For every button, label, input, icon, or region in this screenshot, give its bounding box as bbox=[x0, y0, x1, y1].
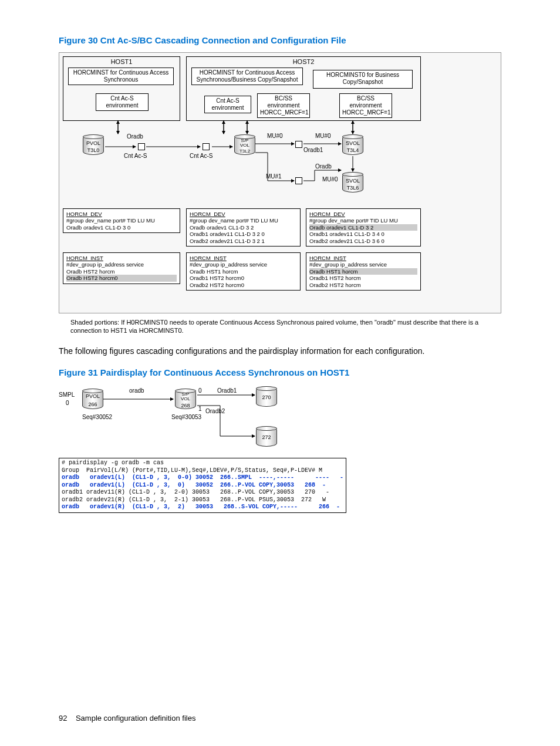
page-number: 92 bbox=[59, 714, 67, 723]
one31: 1 bbox=[198, 406, 202, 412]
pvol-cylinder: PVOL T3L0 bbox=[83, 135, 104, 155]
seq2-label: Seq#30053 bbox=[171, 414, 201, 420]
mu0-label: MU#0 bbox=[267, 133, 283, 139]
seq1-label: Seq#30052 bbox=[82, 414, 112, 420]
smallbox1 bbox=[138, 143, 145, 150]
inst-box2: HORCM_INST #dev_group ip_address service… bbox=[186, 252, 301, 291]
host1-label: HOST1 bbox=[63, 58, 180, 65]
smallbox2 bbox=[203, 143, 210, 150]
svol2-cylinder: SVOL T3L6 bbox=[342, 173, 363, 193]
oradb1-31: Oradb1 bbox=[217, 387, 237, 394]
env1: Cnt Ac-S environment bbox=[96, 93, 149, 111]
pairdisplay-output: # pairdisplay -g oradb -m cas Group Pair… bbox=[59, 458, 346, 513]
figure31-title: Figure 31 Pairdisplay for Continuous Acc… bbox=[59, 367, 501, 377]
horcminst2: HORCMINST for Continuous Access Synchron… bbox=[191, 67, 303, 85]
env4: BC/SS environment HORCC_MRCF=1 bbox=[339, 93, 392, 118]
svol1-cylinder: SVOL T3L4 bbox=[342, 135, 363, 155]
oradb-label3: Oradb bbox=[315, 163, 332, 170]
figure30-title: Figure 30 Cnt Ac-S/BC Cascading Connecti… bbox=[59, 35, 501, 45]
smallbox4 bbox=[295, 177, 302, 184]
spvol-cyl31: S/PVOL 268 bbox=[175, 389, 196, 409]
section-title: Sample configuration definition files bbox=[76, 714, 196, 723]
dev-box3: HORCM_DEV #group dev_name port# TID LU M… bbox=[306, 208, 421, 247]
inst-box3: HORCM_INST #dev_group ip_address service… bbox=[306, 252, 421, 291]
dev-box2: HORCM_DEV #group dev_name port# TID LU M… bbox=[186, 208, 301, 247]
smallbox3 bbox=[295, 141, 302, 148]
env3: BC/SS environment HORCC_MRCF=1 bbox=[257, 93, 310, 118]
cyl270: 270 bbox=[256, 387, 277, 407]
cyl272: 272 bbox=[256, 427, 277, 447]
figure31-diagram: SMPL 0 PVOL 266 Seq#30052 oradb S/PVOL 2… bbox=[59, 384, 501, 531]
oradb1-label: Oradb1 bbox=[303, 147, 323, 153]
zero-label: 0 bbox=[66, 400, 69, 406]
inst-box1: HORCM_INST #dev_group ip_address service… bbox=[63, 252, 180, 284]
page-footer: 92 Sample configuration definition files bbox=[59, 714, 195, 723]
host2-label: HOST2 bbox=[187, 58, 420, 65]
oradb2-31: Oradb2 bbox=[205, 408, 225, 414]
mu0-label3: MU#0 bbox=[322, 176, 338, 183]
mu0-label2: MU#0 bbox=[315, 133, 331, 139]
oradb-label1: Oradb bbox=[127, 133, 143, 140]
env2: Cnt Ac-S environment bbox=[204, 96, 251, 113]
dev-box1: HORCM_DEV #group dev_name port# TID LU M… bbox=[63, 208, 180, 233]
cntacs-label1: Cnt Ac-S bbox=[124, 153, 147, 159]
figure30-diagram: HOST1 HORCMINST for Continuous Access Sy… bbox=[59, 52, 501, 313]
body-paragraph: The following figures cascading configur… bbox=[59, 346, 501, 357]
cntacs-label2: Cnt Ac-S bbox=[190, 153, 212, 159]
pvol-cyl31: PVOL 266 bbox=[82, 389, 103, 409]
mu1-label: MU#1 bbox=[266, 173, 282, 180]
figure30-caption: Shaded portions: If H0RCMINST0 needs to … bbox=[59, 318, 501, 335]
horcminst1: HORCMINST for Continuous Access Synchron… bbox=[68, 67, 174, 85]
zero31: 0 bbox=[198, 387, 202, 394]
smpl-label: SMPL bbox=[59, 391, 75, 398]
horcminst3: HORCMINST0 for Business Copy/Snapshot bbox=[313, 70, 413, 89]
spvol-cylinder: S/PVOL T3L2 bbox=[234, 135, 255, 155]
oradb-label31: oradb bbox=[129, 387, 144, 394]
